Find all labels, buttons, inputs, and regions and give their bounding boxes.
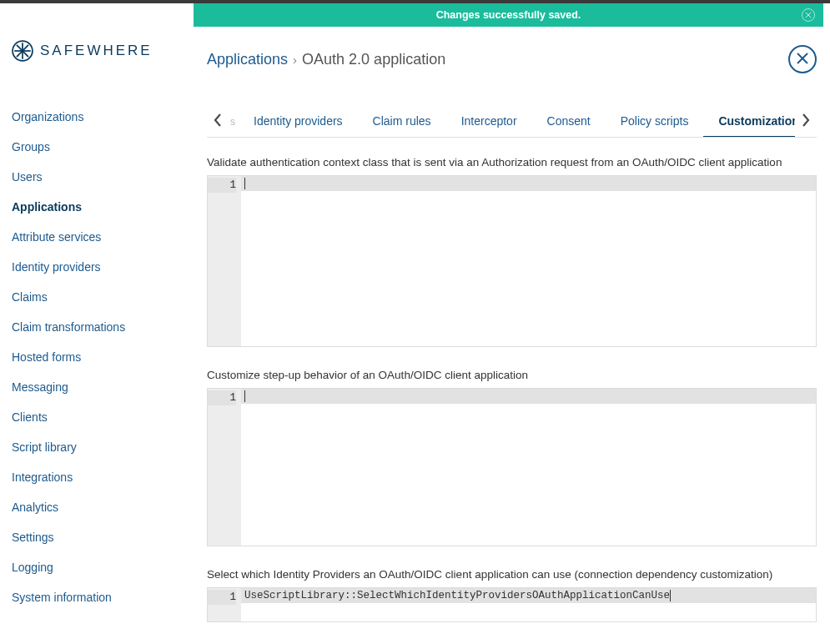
code-gutter: 1 <box>208 389 241 546</box>
field-label: Validate authentication context class th… <box>207 156 817 169</box>
brand-logo: SAFEWHERE <box>12 40 194 62</box>
notification-banner: Changes successfully saved. <box>194 3 823 27</box>
code-editor[interactable]: 1UseScriptLibrary::SelectWhichIdentityPr… <box>207 587 817 622</box>
sidebar-item-applications[interactable]: Applications <box>12 192 194 222</box>
chevron-right-icon: › <box>293 53 297 67</box>
sidebar-item-claim-transformations[interactable]: Claim transformations <box>12 312 194 342</box>
breadcrumb-current: OAuth 2.0 application <box>302 51 445 68</box>
sidebar-item-groups[interactable]: Groups <box>12 132 194 162</box>
tab-identity-providers[interactable]: Identity providers <box>239 107 358 137</box>
text-cursor <box>244 178 245 189</box>
sidebar-item-script-library[interactable]: Script library <box>12 432 194 462</box>
code-editor[interactable]: 1 <box>207 388 817 546</box>
sidebar-item-claims[interactable]: Claims <box>12 282 194 312</box>
sidebar-item-clients[interactable]: Clients <box>12 402 194 432</box>
brand-name: SAFEWHERE <box>40 43 153 59</box>
tab-overflow-hint-left: s <box>229 116 239 128</box>
chevron-right-icon <box>801 113 811 132</box>
sidebar-item-users[interactable]: Users <box>12 162 194 192</box>
sidebar-item-system-information[interactable]: System information <box>12 582 194 612</box>
code-line: UseScriptLibrary::SelectWhichIdentityPro… <box>244 590 670 601</box>
sidebar-item-integrations[interactable]: Integrations <box>12 462 194 492</box>
tab-row: s Identity providersClaim rulesIntercept… <box>207 107 817 138</box>
main-content: Applications › OAuth 2.0 application s I… <box>194 3 830 644</box>
sidebar-item-analytics[interactable]: Analytics <box>12 492 194 522</box>
sidebar-item-logging[interactable]: Logging <box>12 552 194 582</box>
close-button[interactable] <box>788 45 817 73</box>
tabs-container: Identity providersClaim rulesInterceptor… <box>239 107 795 137</box>
sidebar-item-hosted-forms[interactable]: Hosted forms <box>12 342 194 372</box>
sidebar-item-identity-providers[interactable]: Identity providers <box>12 252 194 282</box>
sidebar-item-organizations[interactable]: Organizations <box>12 102 194 132</box>
code-gutter: 1 <box>208 176 241 346</box>
notification-close-icon[interactable] <box>802 8 815 22</box>
tab-policy-scripts[interactable]: Policy scripts <box>606 107 704 137</box>
sidebar-nav: OrganizationsGroupsUsersApplicationsAttr… <box>12 102 194 612</box>
tabs-scroll-left[interactable] <box>207 107 229 137</box>
snowflake-icon <box>12 40 33 62</box>
text-cursor <box>244 390 245 402</box>
tabs-scroll-right[interactable] <box>795 107 817 137</box>
tab-claim-rules[interactable]: Claim rules <box>358 107 446 137</box>
code-content[interactable] <box>241 389 816 546</box>
tab-customization[interactable]: Customization <box>703 107 795 137</box>
chevron-left-icon <box>213 113 223 132</box>
code-content[interactable]: UseScriptLibrary::SelectWhichIdentityPro… <box>241 588 816 621</box>
sidebar-item-messaging[interactable]: Messaging <box>12 372 194 402</box>
notification-message: Changes successfully saved. <box>436 9 581 21</box>
code-editor[interactable]: 1 <box>207 175 817 347</box>
form-sections: Validate authentication context class th… <box>207 156 817 622</box>
field-label: Customize step-up behavior of an OAuth/O… <box>207 369 817 381</box>
tab-consent[interactable]: Consent <box>532 107 606 137</box>
sidebar-item-attribute-services[interactable]: Attribute services <box>12 222 194 252</box>
sidebar: SAFEWHERE OrganizationsGroupsUsersApplic… <box>0 3 194 644</box>
code-gutter: 1 <box>208 588 241 621</box>
breadcrumb: Applications › OAuth 2.0 application <box>207 51 445 68</box>
close-icon <box>797 53 808 67</box>
field-label: Select which Identity Providers an OAuth… <box>207 568 817 581</box>
breadcrumb-parent[interactable]: Applications <box>207 51 288 68</box>
tab-interceptor[interactable]: Interceptor <box>446 107 532 137</box>
sidebar-item-settings[interactable]: Settings <box>12 522 194 552</box>
code-content[interactable] <box>241 176 816 346</box>
text-cursor <box>670 590 671 601</box>
